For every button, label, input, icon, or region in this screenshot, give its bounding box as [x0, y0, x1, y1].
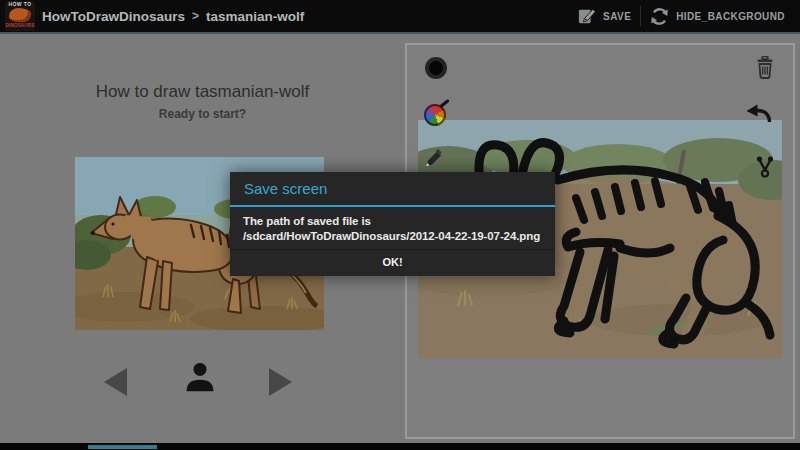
dialog-button-bar: OK!	[230, 249, 555, 276]
dialog-title: Save screen	[230, 172, 555, 205]
person-icon[interactable]	[181, 358, 219, 396]
actionbar-underline	[0, 32, 800, 34]
breadcrumb-app: HowToDrawDinosaurs	[42, 9, 185, 24]
ok-button[interactable]: OK!	[323, 250, 463, 275]
save-button-label: SAVE	[603, 11, 631, 22]
breadcrumb-page: tasmanian-wolf	[206, 9, 304, 24]
next-arrow-icon[interactable]	[269, 368, 292, 396]
pencil-glyph	[423, 149, 443, 169]
share-icon[interactable]	[755, 155, 775, 183]
dinosaur-icon	[9, 8, 31, 22]
page-subtitle: Ready to start?	[0, 107, 405, 121]
trash-icon[interactable]	[755, 56, 775, 83]
actionbar-actions: SAVE HIDE_BACKGROUND	[569, 0, 794, 32]
share-glyph	[755, 155, 775, 179]
pencil-tool-icon[interactable]	[423, 149, 443, 173]
dialog-message: The path of saved file is /sdcard/HowToD…	[230, 207, 555, 249]
refresh-icon	[650, 7, 669, 26]
dialog-message-line2: /sdcard/HowToDrawDinosaurs/2012-04-22-19…	[243, 229, 542, 244]
previous-arrow-icon[interactable]	[104, 368, 127, 396]
dialog-message-line1: The path of saved file is	[243, 214, 542, 229]
hide-background-button-label: HIDE_BACKGROUND	[676, 11, 785, 22]
breadcrumb: HowToDrawDinosaurs > tasmanian-wolf	[42, 0, 304, 32]
pencil-pad-icon	[578, 7, 596, 25]
person-silhouette	[181, 358, 219, 396]
save-button[interactable]: SAVE	[569, 0, 640, 32]
hide-background-button[interactable]: HIDE_BACKGROUND	[641, 0, 794, 32]
save-screen-dialog: Save screen The path of saved file is /s…	[230, 172, 555, 276]
page-title: How to draw tasmanian-wolf	[0, 82, 405, 102]
app-icon-bottom-text: DINOSAURS	[5, 22, 35, 29]
undo-glyph	[744, 103, 772, 123]
color-picker-icon[interactable]	[424, 104, 446, 126]
app-icon[interactable]: HOW TO DINOSAURS	[5, 1, 35, 31]
action-bar: HOW TO DINOSAURS HowToDrawDinosaurs > ta…	[0, 0, 800, 32]
brush-size-icon[interactable]	[425, 57, 447, 79]
undo-icon[interactable]	[744, 103, 772, 127]
breadcrumb-separator: >	[192, 9, 199, 23]
progress-strip	[88, 445, 157, 449]
trash-glyph	[755, 56, 775, 79]
app-icon-top-text: HOW TO	[5, 1, 35, 8]
